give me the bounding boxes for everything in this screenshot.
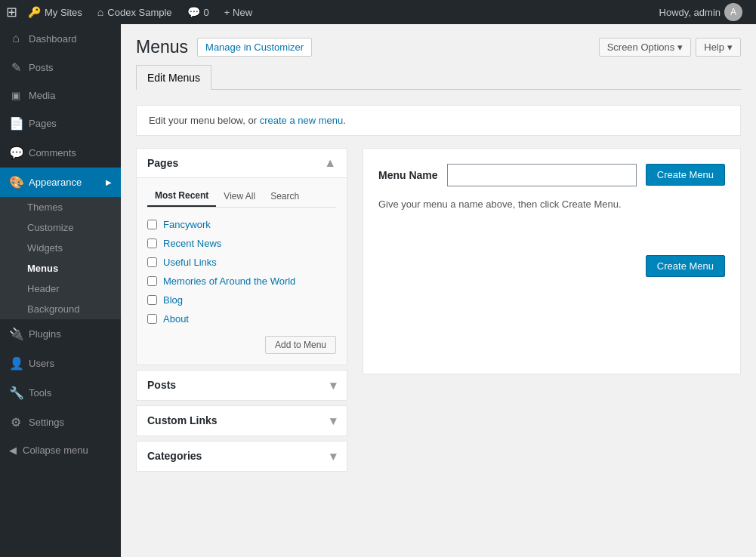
accordion-posts-title: Posts	[147, 379, 176, 391]
appearance-icon: 🎨	[9, 175, 23, 189]
user-avatar: A	[724, 3, 742, 21]
admin-bar: ⊞ 🔑 My Sites ⌂ Codex Sample 💬 0 + New Ho…	[0, 0, 756, 24]
page-checkbox-about[interactable]	[147, 314, 157, 324]
page-title-area: Menus Manage in Customizer	[136, 36, 312, 59]
page-item-memories: Memories of Around the World	[147, 272, 336, 291]
help-button[interactable]: Help ▾	[696, 38, 741, 57]
tab-edit-menus[interactable]: Edit Menus	[136, 65, 211, 90]
page-header: Menus Manage in Customizer Screen Option…	[136, 36, 741, 59]
tab-search[interactable]: Search	[263, 186, 307, 207]
sidebar-label-settings: Settings	[29, 417, 64, 428]
submenu-menus[interactable]: Menus	[0, 258, 121, 278]
sidebar-item-pages[interactable]: 📄 Pages	[0, 109, 121, 138]
accordion-custom-links-chevron: ▾	[330, 414, 336, 428]
create-menu-button-bottom[interactable]: Create Menu	[646, 255, 725, 277]
collapse-label: Collapse menu	[23, 445, 88, 456]
screen-options-chevron: ▾	[677, 42, 683, 53]
page-item-about: About	[147, 309, 336, 328]
wp-logo[interactable]: ⊞	[6, 4, 17, 20]
submenu-widgets[interactable]: Widgets	[0, 238, 121, 258]
accordion-posts-header[interactable]: Posts ▾	[137, 371, 347, 400]
appearance-arrow: ▶	[106, 178, 112, 186]
sidebar-item-plugins[interactable]: 🔌 Plugins	[0, 319, 121, 349]
accordion-pages-body: Most Recent View All Search Fancywork Re…	[137, 178, 347, 365]
manage-in-customizer-link[interactable]: Manage in Customizer	[197, 38, 312, 57]
accordion-pages: Pages ▲ Most Recent View All Search	[136, 148, 347, 365]
accordion-categories: Categories ▾	[136, 441, 347, 472]
submenu-customize[interactable]: Customize	[0, 217, 121, 238]
sidebar-item-tools[interactable]: 🔧 Tools	[0, 378, 121, 408]
sidebar-item-posts[interactable]: ✎ Posts	[0, 53, 121, 82]
accordion-categories-header[interactable]: Categories ▾	[137, 442, 347, 471]
sidebar-label-tools: Tools	[29, 387, 51, 399]
sidebar-label-pages: Pages	[29, 118, 57, 129]
pages-icon: 📄	[9, 116, 23, 131]
menu-name-row: Menu Name Create Menu	[378, 164, 725, 186]
menu-name-label: Menu Name	[378, 169, 438, 181]
pages-tabs: Most Recent View All Search	[147, 186, 336, 208]
page-checkbox-blog[interactable]	[147, 295, 157, 305]
accordion-custom-links: Custom Links ▾	[136, 405, 347, 436]
create-new-menu-link[interactable]: create a new menu	[260, 115, 344, 126]
sidebar-label-plugins: Plugins	[29, 328, 61, 340]
adminbar-comments[interactable]: 💬 0	[180, 0, 217, 24]
tools-icon: 🔧	[9, 386, 23, 400]
tab-wrapper: Edit Menus	[136, 65, 741, 90]
adminbar-mysites[interactable]: 🔑 My Sites	[20, 0, 90, 24]
submenu-background[interactable]: Background	[0, 299, 121, 319]
page-checkbox-useful-links[interactable]	[147, 257, 157, 267]
page-label-useful-links[interactable]: Useful Links	[163, 257, 217, 268]
posts-icon: ✎	[9, 60, 23, 75]
page-label-recent-news[interactable]: Recent News	[163, 238, 221, 249]
tab-most-recent[interactable]: Most Recent	[147, 186, 216, 207]
accordion-posts: Posts ▾	[136, 370, 347, 401]
page-label-about[interactable]: About	[163, 313, 189, 325]
comments-icon: 💬	[9, 146, 23, 160]
page-label-blog[interactable]: Blog	[163, 294, 183, 306]
submenu-header[interactable]: Header	[0, 278, 121, 299]
page-label-memories[interactable]: Memories of Around the World	[163, 275, 295, 287]
adminbar-howdy[interactable]: Howdy, admin A	[652, 0, 750, 24]
accordion-custom-links-header[interactable]: Custom Links ▾	[137, 406, 347, 435]
page-item-recent-news: Recent News	[147, 234, 336, 253]
sidebar-item-dashboard[interactable]: ⌂ Dashboard	[0, 24, 121, 53]
accordion-categories-title: Categories	[147, 450, 202, 462]
accordion-pages-header[interactable]: Pages ▲	[137, 149, 347, 178]
tab-view-all[interactable]: View All	[216, 186, 263, 207]
sidebar-item-appearance[interactable]: 🎨 Appearance ▶	[0, 168, 121, 197]
page-checkbox-fancywork[interactable]	[147, 220, 157, 229]
accordion-pages-chevron: ▲	[324, 156, 336, 170]
plugins-icon: 🔌	[9, 327, 23, 341]
sidebar-label-posts: Posts	[29, 62, 54, 73]
screen-options-button[interactable]: Screen Options ▾	[599, 38, 692, 57]
create-menu-button-top[interactable]: Create Menu	[646, 164, 725, 186]
info-bar: Edit your menu below, or create a new me…	[136, 105, 741, 136]
page-item-blog: Blog	[147, 291, 336, 309]
collapse-icon: ◀	[9, 445, 17, 456]
add-to-menu-button[interactable]: Add to Menu	[265, 336, 336, 354]
page-item-useful-links: Useful Links	[147, 253, 336, 272]
sidebar: ⌂ Dashboard ✎ Posts ▣ Media 📄 Pages 💬 Co…	[0, 24, 121, 557]
menu-content: Pages ▲ Most Recent View All Search	[136, 148, 741, 472]
page-item-fancywork: Fancywork	[147, 215, 336, 234]
adminbar-new[interactable]: + New	[217, 0, 260, 24]
collapse-menu[interactable]: ◀ Collapse menu	[0, 437, 121, 463]
page-title: Menus	[136, 36, 188, 59]
sidebar-item-media[interactable]: ▣ Media	[0, 82, 121, 109]
sidebar-item-users[interactable]: 👤 Users	[0, 349, 121, 378]
submenu-themes[interactable]: Themes	[0, 197, 121, 217]
page-checkbox-memories[interactable]	[147, 276, 157, 286]
page-checkbox-recent-news[interactable]	[147, 238, 157, 248]
settings-icon: ⚙	[9, 415, 23, 429]
sidebar-item-settings[interactable]: ⚙ Settings	[0, 408, 121, 437]
dashboard-icon: ⌂	[9, 32, 23, 45]
accordion-pages-title: Pages	[147, 157, 178, 169]
sidebar-label-appearance: Appearance	[29, 177, 82, 188]
sidebar-item-comments[interactable]: 💬 Comments	[0, 138, 121, 168]
menu-name-input[interactable]	[447, 164, 637, 186]
accordion-custom-links-title: Custom Links	[147, 414, 218, 426]
sidebar-label-dashboard: Dashboard	[29, 33, 77, 45]
accordion-posts-chevron: ▾	[330, 378, 336, 392]
page-label-fancywork[interactable]: Fancywork	[163, 219, 211, 230]
adminbar-sitename[interactable]: ⌂ Codex Sample	[90, 0, 180, 24]
